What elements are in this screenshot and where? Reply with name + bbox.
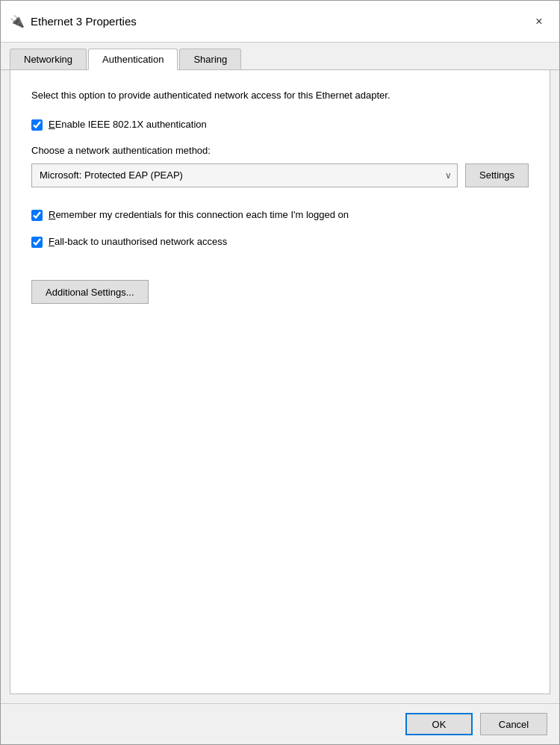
tab-networking[interactable]: Networking [10,49,87,69]
content-area: Select this option to provide authentica… [10,70,550,694]
additional-settings-wrapper: Additional Settings... [31,262,529,304]
remember-credentials-row: Remember my credentials for this connect… [31,208,529,222]
enable-ieee-checkbox[interactable] [31,119,43,131]
remember-credentials-checkbox[interactable] [31,210,43,221]
title-bar: Ethernet 3 Properties × [1,1,559,43]
cancel-button[interactable]: Cancel [480,713,547,735]
enable-ieee-row: EEnable IEEE 802.1X authentication [31,118,529,131]
title-bar-left: Ethernet 3 Properties [10,14,137,29]
method-section-label: Choose a network authentication method: [31,145,529,156]
ok-button[interactable]: OK [405,713,473,735]
remember-credentials-label-text: emember my credentials for this connecti… [55,209,349,220]
fallback-label-text: all-back to unauthorised network access [55,236,227,247]
method-dropdown-wrapper: Microsoft: Protected EAP (PEAP) ∨ [31,163,458,187]
remember-credentials-label[interactable]: Remember my credentials for this connect… [49,208,349,222]
method-label-text: Choose a network authentication method: [31,145,211,156]
additional-settings-label: Additional Settings... [46,287,134,298]
method-row: Microsoft: Protected EAP (PEAP) ∨ Settin… [31,163,529,187]
description-text: Select this option to provide authentica… [31,88,529,103]
tab-authentication[interactable]: Authentication [88,49,178,70]
close-button[interactable]: × [528,10,550,33]
fallback-row: Fall-back to unauthorised network access [31,235,529,249]
dialog-window: Ethernet 3 Properties × Networking Authe… [0,0,560,745]
fallback-label[interactable]: Fall-back to unauthorised network access [49,235,227,249]
enable-ieee-label[interactable]: EEnable IEEE 802.1X authentication [49,118,207,131]
window-title: Ethernet 3 Properties [31,15,137,28]
additional-settings-button[interactable]: Additional Settings... [31,280,149,304]
enable-ieee-label-text: Enable IEEE 802.1X authentication [55,119,207,130]
tab-sharing[interactable]: Sharing [179,49,241,69]
adapter-icon [10,14,25,29]
tabs-bar: Networking Authentication Sharing [1,43,559,70]
settings-button[interactable]: Settings [465,163,529,187]
fallback-checkbox[interactable] [31,237,43,248]
dialog-footer: OK Cancel [1,703,559,744]
method-dropdown[interactable]: Microsoft: Protected EAP (PEAP) [31,163,458,187]
